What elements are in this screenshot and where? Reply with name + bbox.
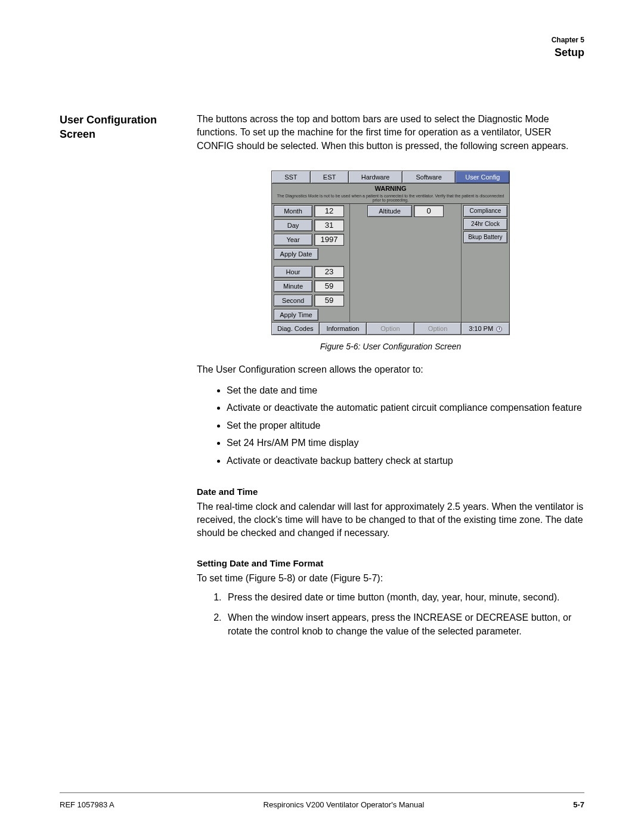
tab-est[interactable]: EST <box>311 171 349 183</box>
page-header: Chapter 5 Setup <box>60 36 584 59</box>
list-item: Activate or deactivate backup battery ch… <box>227 453 584 469</box>
second-value: 59 <box>314 295 344 306</box>
user-config-screenshot: SST EST Hardware Software User Config WA… <box>271 171 510 335</box>
clock-time: 3:10 PM <box>469 325 493 332</box>
bkup-battery-button[interactable]: Bkup Battery <box>463 231 507 243</box>
tab-software[interactable]: Software <box>402 171 456 183</box>
tab-user-config[interactable]: User Config <box>456 171 509 183</box>
second-button[interactable]: Second <box>274 295 312 306</box>
chapter-label: Chapter 5 <box>60 36 584 44</box>
footer-page: 5-7 <box>573 800 584 809</box>
24hr-clock-button[interactable]: 24hr Clock <box>463 218 507 230</box>
tab-diag-codes[interactable]: Diag. Codes <box>272 323 320 335</box>
chapter-title: Setup <box>60 47 584 59</box>
bullet-list: Set the date and time Activate or deacti… <box>227 383 584 469</box>
footer-ref: REF 1057983 A <box>60 800 114 809</box>
day-value: 31 <box>314 219 344 231</box>
warning-text: The Diagnostics Mode is not to be used w… <box>272 194 509 203</box>
top-tab-bar: SST EST Hardware Software User Config <box>272 171 509 184</box>
options-column: Compliance 24hr Clock Bkup Battery <box>462 204 509 322</box>
tab-option-2: Option <box>414 323 462 335</box>
hour-value: 23 <box>314 266 344 278</box>
list-item: Press the desired date or time button (m… <box>224 591 584 604</box>
altitude-column: Altitude 0 <box>349 204 462 322</box>
list-item: Set the proper altitude <box>227 418 584 433</box>
tab-clock[interactable]: 3:10 PM <box>462 323 509 335</box>
list-item: Set 24 Hrs/AM PM time display <box>227 435 584 451</box>
tab-information[interactable]: Information <box>320 323 367 335</box>
apply-date-button[interactable]: Apply Date <box>274 248 318 260</box>
figure: SST EST Hardware Software User Config WA… <box>197 171 584 352</box>
minute-button[interactable]: Minute <box>274 280 312 292</box>
figure-caption: Figure 5-6: User Configuration Screen <box>197 341 584 353</box>
section-title: User Configuration Screen <box>60 113 179 142</box>
list-item: Activate or deactivate the automatic pat… <box>227 400 584 416</box>
bottom-tab-bar: Diag. Codes Information Option Option 3:… <box>272 322 509 335</box>
tab-hardware[interactable]: Hardware <box>349 171 402 183</box>
footer-manual: Respironics V200 Ventilator Operator's M… <box>264 800 425 809</box>
list-item: When the window insert appears, press th… <box>224 611 584 638</box>
month-value: 12 <box>314 205 344 217</box>
apply-time-button[interactable]: Apply Time <box>274 309 318 321</box>
format-lead: To set time (Figure 5-8) or date (Figure… <box>197 572 584 585</box>
lead-paragraph: The User Configuration screen allows the… <box>197 363 584 376</box>
compliance-button[interactable]: Compliance <box>463 205 507 217</box>
year-value: 1997 <box>314 234 344 246</box>
date-time-paragraph: The real-time clock and calendar will la… <box>197 500 584 540</box>
subhead-format: Setting Date and Time Format <box>197 557 584 569</box>
minute-value: 59 <box>314 280 344 292</box>
list-item: Set the date and time <box>227 383 584 398</box>
clock-icon <box>496 326 502 332</box>
tab-sst[interactable]: SST <box>272 171 311 183</box>
tab-option-1: Option <box>367 323 414 335</box>
subhead-date-time: Date and Time <box>197 485 584 498</box>
month-button[interactable]: Month <box>274 205 312 217</box>
config-main-area: Month 12 Day 31 Year 1997 <box>272 203 509 322</box>
date-time-column: Month 12 Day 31 Year 1997 <box>272 204 349 322</box>
year-button[interactable]: Year <box>274 234 312 246</box>
hour-button[interactable]: Hour <box>274 266 312 278</box>
altitude-button[interactable]: Altitude <box>367 205 412 217</box>
intro-paragraph: The buttons across the top and bottom ba… <box>197 113 584 153</box>
page-footer: REF 1057983 A Respironics V200 Ventilato… <box>60 792 584 809</box>
altitude-value: 0 <box>414 205 444 217</box>
step-list: Press the desired date or time button (m… <box>224 591 584 638</box>
warning-title: WARNING <box>272 184 509 193</box>
day-button[interactable]: Day <box>274 219 312 231</box>
